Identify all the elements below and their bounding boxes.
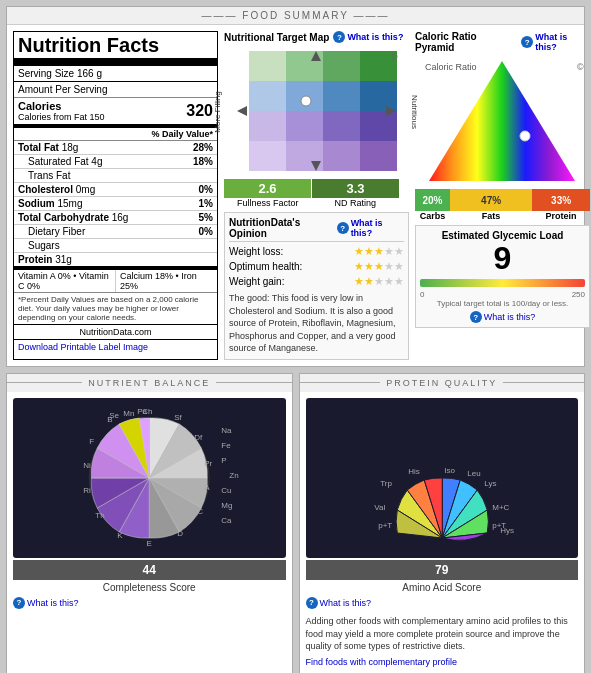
svg-text:Th: Th — [95, 511, 104, 520]
fullness-label: Fullness Factor — [224, 198, 312, 208]
nf-download-link[interactable]: Download Printable Label Image — [14, 340, 217, 354]
glycemic-value: 9 — [420, 241, 585, 276]
svg-text:E: E — [147, 539, 152, 548]
nutrient-balance-section: NUTRIENT BALANCE — [6, 373, 293, 673]
opinion-title: NutritionData's Opinion ? What is this? — [229, 217, 404, 242]
nf-protein-label: Protein 31g — [18, 254, 72, 265]
svg-rect-14 — [323, 141, 360, 171]
weight-loss-row: Weight loss: ★★★★★ — [229, 245, 404, 258]
svg-text:Df: Df — [194, 433, 203, 442]
carbs-bar: 20% — [415, 189, 450, 211]
nf-protein: Protein 31g — [14, 253, 217, 270]
target-map-svg: © — [229, 46, 404, 176]
fullness-nd-container: 2.6 3.3 — [224, 179, 399, 198]
glycemic-footnote: Typical target total is 100/day or less. — [420, 299, 585, 308]
svg-text:Trp: Trp — [380, 479, 392, 488]
nf-saturated-fat: Saturated Fat 4g 18% — [14, 155, 217, 169]
amino-acid-score-value: 79 — [435, 563, 448, 577]
radar-svg: Ch Sf Df Pr A C D E K Th Ri Ni F B — [13, 398, 286, 558]
nutrition-facts-panel: Nutrition Facts Serving Size 166 g Amoun… — [13, 31, 218, 360]
food-summary-header: ——— FOOD SUMMARY ——— — [7, 7, 584, 25]
nd-label: ND Rating — [312, 198, 400, 208]
svg-rect-11 — [360, 111, 397, 141]
nf-cholesterol-pct: 0% — [199, 184, 213, 195]
completeness-score: 44 — [143, 563, 156, 577]
opinion-what-is-this-label: What is this? — [351, 218, 404, 238]
nf-calories-value: 320 — [186, 102, 213, 120]
protein-what-is-this[interactable]: ? What is this? — [306, 597, 579, 609]
nf-sodium-label: Sodium 15mg — [18, 198, 82, 209]
svg-text:C: C — [197, 507, 203, 516]
glycemic-what-is-this[interactable]: ? What is this? — [420, 311, 585, 323]
caloric-ratio-help-icon: ? — [521, 36, 533, 48]
nf-sodium-pct: 1% — [199, 198, 213, 209]
glycemic-min: 0 — [420, 290, 424, 299]
pyramid-percentage-bars: 20% 47% 33% — [415, 189, 590, 211]
svg-rect-15 — [360, 141, 397, 171]
svg-point-23 — [520, 131, 530, 141]
nf-amount-per-serving: Amount Per Serving — [14, 82, 217, 98]
svg-text:Leu: Leu — [467, 469, 480, 478]
middle-column: Nutritional Target Map ? What is this? M… — [224, 31, 409, 360]
nf-serving-value: 166 g — [77, 68, 102, 79]
svg-text:Ca: Ca — [221, 516, 232, 525]
protein-quality-inner: Hys Iso Leu Lys M+C p+T Val p+T Trp His — [300, 392, 585, 673]
svg-text:Fe: Fe — [221, 441, 231, 450]
svg-marker-16 — [237, 106, 247, 116]
completeness-label-text: Completeness Score — [13, 582, 286, 593]
bottom-sections: NUTRIENT BALANCE — [6, 373, 585, 673]
svg-rect-2 — [323, 51, 360, 81]
nf-total-carb: Total Carbohydrate 16g 5% — [14, 211, 217, 225]
nf-serving: Serving Size 166 g — [14, 66, 217, 82]
nutrient-balance-what-is-this[interactable]: ? What is this? — [13, 597, 286, 609]
svg-text:©: © — [391, 52, 398, 62]
glycemic-bar-labels: 0 250 — [420, 290, 585, 299]
svg-point-20 — [301, 96, 311, 106]
opinion-what-is-this[interactable]: ? What is this? — [337, 217, 404, 239]
protein-help-icon: ? — [306, 597, 318, 609]
nf-cholesterol: Cholesterol 0mg 0% — [14, 183, 217, 197]
svg-rect-0 — [249, 51, 286, 81]
optimum-health-stars: ★★★★★ — [354, 260, 404, 273]
svg-text:M+C: M+C — [492, 503, 509, 512]
target-map-what-is-this[interactable]: ? What is this? — [333, 31, 403, 43]
nf-calories-label: Calories — [18, 100, 105, 112]
glycemic-help-icon: ? — [470, 311, 482, 323]
nf-footnote: *Percent Daily Values are based on a 2,0… — [14, 293, 217, 325]
svg-text:Mn: Mn — [123, 409, 134, 418]
svg-text:Ri: Ri — [83, 486, 91, 495]
protein-quality-text: Adding other foods with complementary am… — [306, 615, 579, 653]
header-line-left — [7, 382, 82, 383]
svg-text:Pa: Pa — [137, 407, 147, 416]
fats-label: Fats — [450, 211, 532, 221]
nf-title: Nutrition Facts — [14, 32, 217, 66]
caloric-ratio-title: Caloric Ratio Pyramid ? What is this? — [415, 31, 590, 53]
nf-sugars: Sugars — [14, 239, 217, 253]
svg-text:D: D — [177, 529, 183, 538]
svg-text:F: F — [89, 437, 94, 446]
protein-what-is-this-label: What is this? — [320, 598, 372, 608]
nf-vitamin-calcium: Calcium 18% • Iron 25% — [116, 270, 217, 292]
amino-acid-score-label: Amino Acid Score — [306, 582, 579, 593]
amino-acid-score-bar: 79 — [306, 560, 579, 580]
nf-calories-fat: Calories from Fat 150 — [18, 112, 105, 122]
svg-rect-7 — [360, 81, 397, 111]
svg-rect-8 — [249, 111, 286, 141]
nf-dietary-fiber: Dietary Fiber 0% — [14, 225, 217, 239]
nf-trans-fat: Trans Fat — [14, 169, 217, 183]
caloric-ratio-section: Caloric Ratio Pyramid ? What is this? — [415, 31, 590, 221]
nf-vitamins: Vitamin A 0% • Vitamin C 0% Calcium 18% … — [14, 270, 217, 293]
caloric-ratio-what-is-this[interactable]: ? What is this? — [521, 32, 590, 52]
protein-svg: Hys Iso Leu Lys M+C p+T Val p+T Trp His — [306, 398, 579, 558]
carbs-label: Carbs — [415, 211, 450, 221]
weight-loss-stars: ★★★★★ — [354, 245, 404, 258]
svg-rect-6 — [323, 81, 360, 111]
nf-website: NutritionData.com — [14, 325, 217, 340]
svg-text:Na: Na — [221, 426, 232, 435]
svg-rect-4 — [249, 81, 286, 111]
svg-text:A: A — [204, 483, 210, 492]
radar-chart: Ch Sf Df Pr A C D E K Th Ri Ni F B — [13, 398, 286, 558]
main-container: ——— FOOD SUMMARY ——— Nutrition Facts Ser… — [0, 0, 591, 673]
find-foods-link[interactable]: Find foods with complementary profile — [306, 657, 579, 667]
nf-calories-left: Calories Calories from Fat 150 — [18, 100, 105, 122]
